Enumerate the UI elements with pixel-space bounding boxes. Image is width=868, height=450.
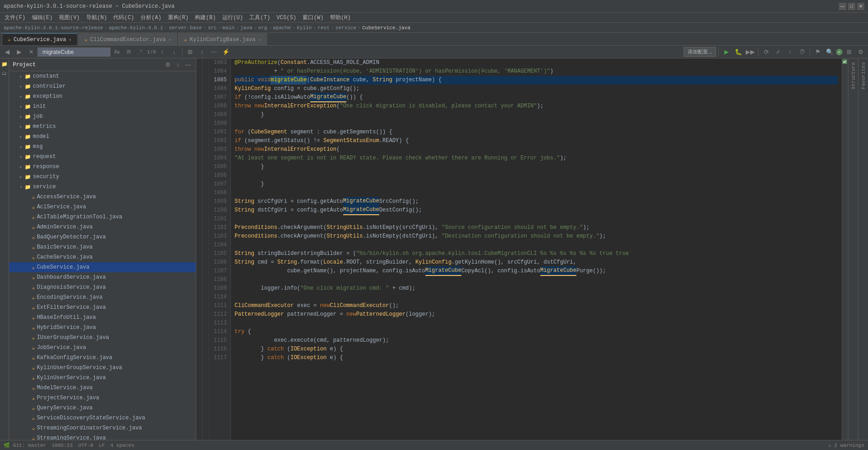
tree-item-metrics[interactable]: ▸📁metrics bbox=[9, 122, 196, 132]
tree-item-init[interactable]: ▸📁init bbox=[9, 101, 196, 111]
tab-close-button-2[interactable]: ✕ bbox=[168, 37, 171, 42]
regex-btn[interactable]: .* bbox=[135, 47, 146, 57]
menu-build[interactable]: 构建(B) bbox=[192, 13, 219, 22]
tree-item-JobService-java[interactable]: ☕JobService.java bbox=[9, 343, 196, 353]
menu-file[interactable]: 文件(F) bbox=[2, 13, 28, 22]
btn-filter[interactable]: ⚡ bbox=[220, 47, 231, 57]
project-sort-btn[interactable]: ↕ bbox=[174, 61, 182, 69]
debug-btn[interactable]: 🐛 bbox=[733, 47, 744, 57]
menu-tools[interactable]: 工具(T) bbox=[246, 13, 273, 22]
tab-kylinconfigbase[interactable]: ☕ KylinConfigBase.java ✕ bbox=[178, 33, 267, 45]
tree-item-KylinUserGroupService-java[interactable]: ☕KylinUserGroupService.java bbox=[9, 363, 196, 373]
tree-item-ModelService-java[interactable]: ☕ModelService.java bbox=[9, 383, 196, 393]
status-line-sep[interactable]: LF bbox=[99, 443, 105, 448]
next-occurrence-btn[interactable]: ↓ bbox=[169, 47, 180, 57]
add-config-button[interactable]: 添加配置... bbox=[684, 47, 716, 57]
history-btn[interactable]: ⏱ bbox=[796, 47, 807, 57]
minimize-button[interactable]: — bbox=[839, 3, 846, 10]
terminal-btn[interactable]: ⊞ bbox=[843, 47, 854, 57]
structure-icon[interactable]: 🗂 bbox=[1, 69, 8, 77]
code-editor[interactable]: @PreAuthorize(Constant.ACCESS_HAS_ROLE_A… bbox=[231, 58, 842, 440]
maximize-button[interactable]: □ bbox=[848, 3, 855, 10]
project-icon[interactable]: 📁 bbox=[1, 60, 8, 68]
tree-item-DashboardService-java[interactable]: ☕DashboardService.java bbox=[9, 272, 196, 282]
tree-item-AclService-java[interactable]: ☕AclService.java bbox=[9, 202, 196, 212]
tree-item-AclTableMigrationTool-java[interactable]: ☕AclTableMigrationTool.java bbox=[9, 212, 196, 222]
tree-item-QueryService-java[interactable]: ☕QueryService.java bbox=[9, 403, 196, 413]
tree-item-CubeService-java[interactable]: ☕CubeService.java bbox=[9, 262, 196, 272]
tree-item-BasicService-java[interactable]: ☕BasicService.java bbox=[9, 242, 196, 252]
run-with-coverage-btn[interactable]: ▶▶ bbox=[745, 47, 756, 57]
tree-item-HBaseInfoUtil-java[interactable]: ☕HBaseInfoUtil.java bbox=[9, 312, 196, 323]
menu-vcs[interactable]: VCS(S) bbox=[274, 14, 299, 22]
tree-item-CacheService-java[interactable]: ☕CacheService.java bbox=[9, 252, 196, 262]
close-search-btn[interactable]: ✕ bbox=[26, 47, 37, 57]
project-settings-btn[interactable]: ⚙ bbox=[164, 61, 172, 69]
menu-code[interactable]: 代码(C) bbox=[110, 13, 137, 22]
tree-item-ExtFilterService-java[interactable]: ☕ExtFilterService.java bbox=[9, 302, 196, 312]
tab-clicommandexecutor[interactable]: ☕ CliCommandExecutor.java ✕ bbox=[78, 33, 177, 45]
status-git[interactable]: 🌿 Git: master bbox=[4, 442, 46, 448]
search-next-btn[interactable]: ▶ bbox=[14, 47, 25, 57]
tree-item-job[interactable]: ▸📁job bbox=[9, 111, 196, 122]
breadcrumb-root[interactable]: apache-kylin-3.0.1-source-release bbox=[4, 25, 103, 31]
breadcrumb-current-file[interactable]: CubeService.java bbox=[362, 25, 411, 31]
tree-item-StreamingService-java[interactable]: ☕StreamingService.java bbox=[9, 433, 196, 440]
vcs-update-btn[interactable]: ⟳ bbox=[761, 47, 772, 57]
menu-analyze[interactable]: 分析(A) bbox=[138, 13, 164, 22]
word-btn[interactable]: W bbox=[123, 47, 134, 57]
tree-item-controller[interactable]: ▸📁controller bbox=[9, 81, 196, 91]
menu-window[interactable]: 窗口(W) bbox=[300, 13, 326, 22]
prev-occurrence-btn[interactable]: ↑ bbox=[157, 47, 168, 57]
menu-view[interactable]: 视图(V) bbox=[56, 13, 83, 22]
tree-item-KafkaConfigService-java[interactable]: ☕KafkaConfigService.java bbox=[9, 353, 196, 363]
tree-item-BadQueryDetector-java[interactable]: ☕BadQueryDetector.java bbox=[9, 232, 196, 242]
vcs-commit-btn[interactable]: ✓ bbox=[773, 47, 784, 57]
menu-navigate[interactable]: 导航(N) bbox=[84, 13, 110, 22]
tree-item-AccessService-java[interactable]: ☕AccessService.java bbox=[9, 192, 196, 202]
settings-btn[interactable]: ⚙ bbox=[855, 47, 866, 57]
project-collapse-btn[interactable]: — bbox=[184, 61, 192, 69]
tree-item-ProjectService-java[interactable]: ☕ProjectService.java bbox=[9, 393, 196, 403]
tree-item-DiagnosisService-java[interactable]: ☕DiagnosisService.java bbox=[9, 282, 196, 292]
bookmark-btn[interactable]: ⚑ bbox=[812, 47, 823, 57]
structure-label[interactable]: Structure bbox=[851, 60, 856, 91]
menu-refactor[interactable]: 重构(R) bbox=[165, 13, 192, 22]
tree-item-request[interactable]: ▸📁request bbox=[9, 152, 196, 162]
tree-item-AdminService-java[interactable]: ☕AdminService.java bbox=[9, 222, 196, 232]
close-button[interactable]: ✕ bbox=[857, 3, 864, 10]
btn-options[interactable]: ⋯ bbox=[209, 47, 220, 57]
run-btn[interactable]: ▶ bbox=[721, 47, 732, 57]
tree-item-HybridService-java[interactable]: ☕HybridService.java bbox=[9, 323, 196, 333]
tree-item-constant[interactable]: ▸📁constant bbox=[9, 71, 196, 81]
status-line-col[interactable]: 1085:23 bbox=[52, 443, 73, 448]
tree-item-EncodingService-java[interactable]: ☕EncodingService.java bbox=[9, 292, 196, 302]
tree-item-KylinUserService-java[interactable]: ☕KylinUserService.java bbox=[9, 373, 196, 383]
breadcrumb-module[interactable]: apache-kylin-3.0.1 bbox=[109, 25, 163, 31]
tree-item-msg[interactable]: ▸📁msg bbox=[9, 142, 196, 152]
menu-run[interactable]: 运行(U) bbox=[220, 13, 246, 22]
menu-help[interactable]: 帮助(H) bbox=[327, 13, 354, 22]
favorites-label[interactable]: Favorites bbox=[861, 60, 866, 91]
tree-item-response[interactable]: ▸📁response bbox=[9, 162, 196, 172]
tab-close-button-3[interactable]: ✕ bbox=[258, 37, 261, 42]
find-usages-btn[interactable]: 🔍 bbox=[824, 47, 835, 57]
status-warnings[interactable]: ⚠ 2 warnings bbox=[828, 442, 864, 448]
tab-cubeservice[interactable]: ☕ CubeService.java ✕ bbox=[2, 33, 78, 45]
btn-replace[interactable]: ↕ bbox=[197, 47, 208, 57]
vcs-push-btn[interactable]: ↑ bbox=[784, 47, 795, 57]
menu-edit[interactable]: 编辑(E) bbox=[29, 13, 56, 22]
tree-item-exception[interactable]: ▸📁exception bbox=[9, 91, 196, 101]
btn-find-all[interactable]: ⊞ bbox=[185, 47, 196, 57]
tree-item-model[interactable]: ▸📁model bbox=[9, 132, 196, 142]
search-input[interactable] bbox=[40, 48, 108, 57]
tree-item-service[interactable]: ▾📁service bbox=[9, 182, 196, 192]
search-prev-btn[interactable]: ◀ bbox=[2, 47, 13, 57]
tree-item-security[interactable]: ▸📁security bbox=[9, 172, 196, 182]
tab-close-button[interactable]: ✕ bbox=[69, 37, 72, 42]
tree-item-ServiceDiscoveryStateService-java[interactable]: ☕ServiceDiscoveryStateService.java bbox=[9, 413, 196, 423]
status-indent[interactable]: 4 spaces bbox=[110, 443, 135, 448]
tree-item-IUserGroupService-java[interactable]: ☕IUserGroupService.java bbox=[9, 333, 196, 343]
code-container[interactable]: 1083108410851086108710881089109010911092… bbox=[196, 58, 848, 440]
tree-item-StreamingCoordinatorService-java[interactable]: ☕StreamingCoordinatorService.java bbox=[9, 423, 196, 433]
